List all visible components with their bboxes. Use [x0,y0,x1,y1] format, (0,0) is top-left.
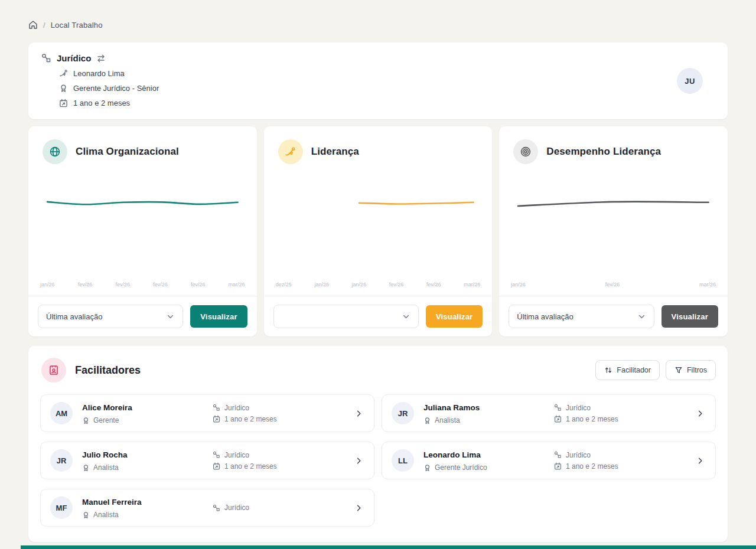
clima-organizacional-card: Clima Organizacional jan/26fev/26fev/26f… [28,126,257,336]
x-tick-label: fev/26 [115,282,130,287]
hierarchy-icon [213,451,220,459]
facilitator-row-juliana-ramos[interactable]: JR Juliana Ramos Analista Jurídico 1 ano… [382,394,716,432]
card-title: Clima Organizacional [76,146,179,158]
manager-role: Gerente Jurídico - Sênior [73,84,159,93]
hierarchy-icon [41,53,51,63]
x-tick-label: fev/26 [153,282,168,287]
x-tick-label: mar/26 [464,282,480,287]
x-tick-label: jan/26 [511,282,526,287]
x-tick-label: jan/26 [352,282,367,287]
clima-chart [28,168,257,282]
card-title: Liderança [311,146,359,158]
person-tenure: 1 ano e 2 meses [224,462,277,470]
avatar: MF [50,496,73,519]
person-name: Juliana Ramos [423,403,480,412]
x-tick-label: jan/26 [314,282,329,287]
hierarchy-icon [554,404,562,411]
person-name: Manuel Ferreira [82,498,142,506]
hierarchy-icon [213,504,220,512]
visualizar-button[interactable]: Visualizar [662,305,718,328]
leadership-icon [278,139,303,164]
person-tenure: 1 ano e 2 meses [224,415,277,423]
person-area: Jurídico [224,504,249,512]
dashboard-page: / Local Trabalho Jurídico Leonardo Lima … [0,0,756,542]
facilitator-row-julio-rocha[interactable]: JR Julio Rocha Analista Jurídico 1 ano e… [40,442,374,479]
visualizar-button[interactable]: Visualizar [426,305,483,328]
person-tenure: 1 ano e 2 meses [566,415,618,423]
facilitators-grid: AM Alice Moreira Gerente Jurídico 1 ano … [40,394,716,527]
line-chart [39,172,246,272]
avatar: LL [392,449,414,472]
select-value: Última avaliação [517,312,573,321]
line-chart [275,172,482,272]
x-tick-label: fev/26 [605,282,620,287]
breadcrumb-item-local-trabalho[interactable]: Local Trabalho [51,21,103,30]
workspace-tenure: 1 ano e 2 meses [73,99,130,107]
chevron-down-icon [166,312,175,321]
leadership-icon [59,69,68,78]
target-icon [513,139,538,164]
chevron-down-icon [637,312,646,321]
calendar-icon [554,415,562,423]
person-role: Analista [93,463,119,472]
person-area: Jurídico [566,404,591,412]
avatar: JR [392,402,414,424]
x-tick-label: jan/26 [40,282,55,287]
workspace-header-card: Jurídico Leonardo Lima Gerente Jurídico … [28,43,728,119]
person-tenure: 1 ano e 2 meses [566,462,618,470]
desempenho-chart [499,168,728,282]
card-title: Desempenho Liderança [546,146,661,158]
person-role: Analista [93,511,119,519]
x-tick-label: mar/26 [699,282,716,287]
evaluation-select[interactable]: Última avaliação [38,305,183,328]
swap-icon[interactable] [96,54,106,63]
avatar: JR [50,449,73,472]
medal-icon [82,417,90,424]
evaluation-select[interactable]: Última avaliação [509,305,654,328]
medal-icon [82,464,90,472]
breadcrumb-separator: / [43,21,45,30]
breadcrumb: / Local Trabalho [28,0,728,30]
x-tick-label: fev/26 [389,282,404,287]
avatar[interactable]: JU [677,68,703,94]
sort-icon [604,366,612,374]
calendar-icon [213,462,220,470]
filter-button-label: Filtros [687,366,707,374]
filtros-button[interactable]: Filtros [666,360,716,380]
person-area: Jurídico [566,451,591,459]
workspace-title: Jurídico [57,53,91,63]
calendar-icon [213,415,220,423]
chevron-right-icon [696,456,705,465]
x-axis-labels: dez/25jan/26jan/26fev/26fev/26mar/26 [264,282,493,296]
manager-name: Leonardo Lima [73,69,125,78]
lideranca-card: Liderança dez/25jan/26jan/26fev/26fev/26… [264,126,493,336]
x-tick-label: fev/26 [426,282,441,287]
x-tick-label: fev/26 [78,282,93,287]
lideranca-chart [264,168,493,282]
person-name: Julio Rocha [82,450,128,459]
sort-button-label: Facilitador [617,366,651,374]
facilitator-row-leonardo-lima[interactable]: LL Leonardo Lima Gerente Jurídico Jurídi… [382,442,716,479]
facilitator-row-manuel-ferreira[interactable]: MF Manuel Ferreira Analista Jurídico [40,489,374,527]
facilitator-row-alice-moreira[interactable]: AM Alice Moreira Gerente Jurídico 1 ano … [40,394,374,432]
medal-icon [423,464,431,472]
globe-icon [43,139,67,164]
person-area: Jurídico [224,451,249,459]
calendar-icon [554,462,562,470]
x-tick-label: fev/26 [191,282,206,287]
person-role: Gerente Jurídico [435,463,487,472]
section-title: Facilitadores [75,364,141,377]
facilitadores-card: Facilitadores Facilitador Filtros [28,346,728,542]
visualizar-button[interactable]: Visualizar [190,305,247,328]
x-tick-label: dez/25 [276,282,292,287]
hierarchy-icon [554,451,562,459]
sort-facilitador-button[interactable]: Facilitador [595,360,660,380]
calendar-icon [59,99,68,107]
desempenho-lideranca-card: Desempenho Liderança jan/26fev/26mar/26 … [499,126,728,336]
home-icon[interactable] [28,20,38,30]
select-value: Última avaliação [46,312,102,321]
person-name: Leonardo Lima [423,450,481,459]
filter-icon [674,366,683,374]
medal-icon [423,417,431,424]
evaluation-select[interactable] [273,305,419,328]
